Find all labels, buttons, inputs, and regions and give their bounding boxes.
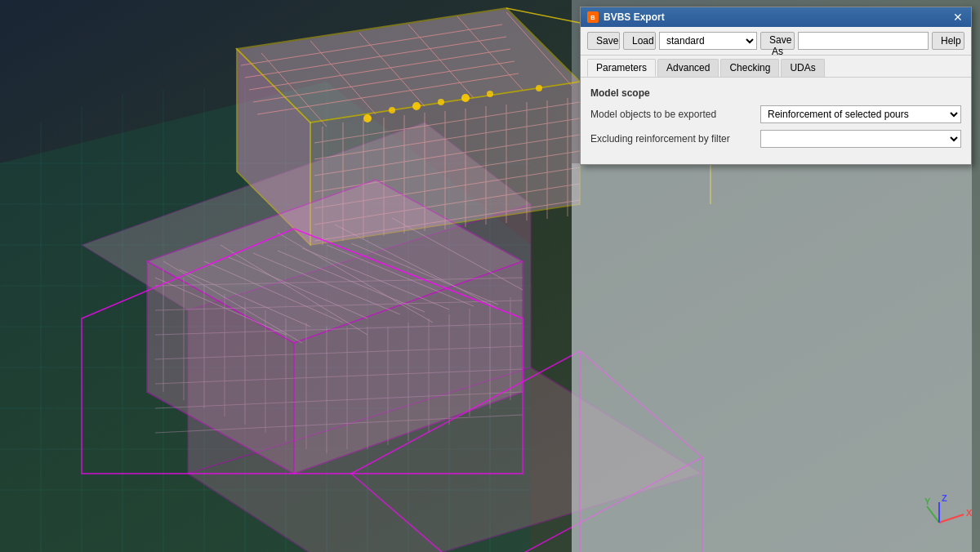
svg-point-107 [487, 91, 493, 97]
svg-point-106 [438, 99, 444, 105]
svg-point-105 [389, 107, 395, 114]
dialog-content: Model scope Model objects to be exported… [581, 77, 971, 164]
svg-point-102 [363, 114, 372, 122]
tab-udas[interactable]: UDAs [781, 59, 824, 77]
excluding-filter-row: Excluding reinforcement by filter [590, 130, 961, 148]
load-button[interactable]: Load [623, 32, 656, 50]
svg-text:X: X [966, 508, 973, 518]
svg-point-103 [412, 102, 421, 110]
tab-checking[interactable]: Checking [720, 59, 779, 77]
app-icon: B [587, 11, 599, 23]
svg-point-104 [461, 94, 470, 102]
dialog-tabs: Parameters Advanced Checking UDAs [581, 56, 971, 77]
excluding-filter-label: Excluding reinforcement by filter [590, 133, 754, 145]
svg-text:Z: Z [942, 493, 947, 503]
help-button[interactable]: Help [932, 32, 964, 50]
save-button[interactable]: Save [587, 32, 620, 50]
dialog-titlebar: B BVBS Export ✕ [581, 7, 971, 27]
model-objects-row: Model objects to be exported Reinforceme… [590, 105, 961, 123]
svg-text:Y: Y [924, 496, 931, 506]
dialog-close-button[interactable]: ✕ [951, 11, 964, 24]
save-as-button[interactable]: Save As [760, 32, 795, 50]
svg-point-108 [536, 85, 542, 91]
svg-rect-115 [572, 163, 972, 552]
excluding-filter-select[interactable] [760, 130, 961, 148]
dialog-title: BVBS Export [604, 11, 665, 23]
model-objects-label: Model objects to be exported [590, 109, 754, 120]
name-input[interactable] [798, 32, 929, 50]
dialog-toolbar: Save Load standard Save As Help [581, 27, 971, 56]
tab-advanced[interactable]: Advanced [657, 59, 719, 77]
bvbs-export-dialog: B BVBS Export ✕ Save Load standard Save … [580, 7, 972, 165]
preset-select[interactable]: standard [659, 32, 757, 50]
model-objects-select[interactable]: Reinforcement of selected pours All rein… [760, 105, 961, 123]
dialog-titlebar-left: B BVBS Export [587, 11, 665, 23]
section-label: Model scope [590, 87, 961, 99]
tab-parameters[interactable]: Parameters [587, 59, 656, 77]
